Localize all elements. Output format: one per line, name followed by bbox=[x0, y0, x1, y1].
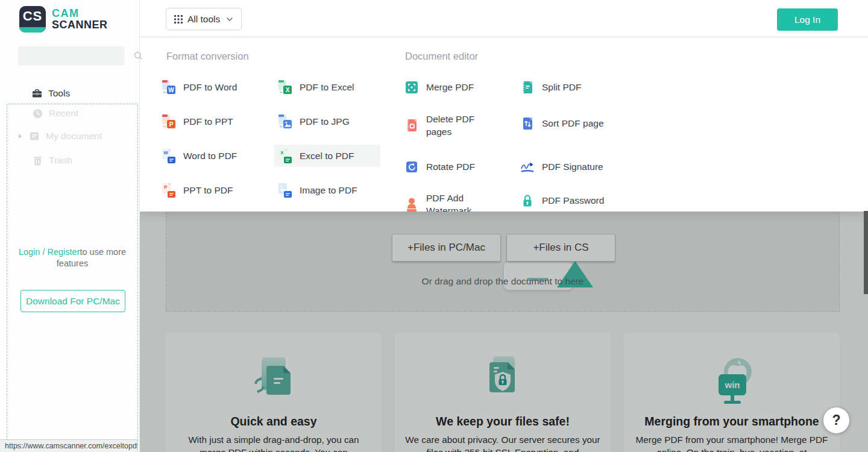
sort-pdf-page-icon bbox=[520, 116, 535, 131]
svg-text:P: P bbox=[164, 184, 168, 190]
log-in-button[interactable]: Log In bbox=[777, 8, 838, 31]
menu-item-pdf-signature[interactable]: PDF Signature bbox=[517, 155, 611, 178]
sidebar-search bbox=[18, 46, 124, 65]
sidebar: CS CAM SCANNER Tools Recent bbox=[0, 0, 140, 452]
menu-item-pdf-to-jpg[interactable]: PDF to JPG bbox=[274, 110, 357, 133]
pdf-to-word-icon: W bbox=[162, 80, 176, 95]
sidebar-item-label: My document bbox=[46, 131, 102, 142]
pdf-to-jpg-icon bbox=[278, 114, 292, 130]
menu-item-word-to-pdf[interactable]: W Word to PDF bbox=[158, 145, 244, 167]
sidebar-item-recent[interactable]: Recent bbox=[32, 108, 78, 119]
word-to-pdf-icon: W bbox=[162, 148, 176, 164]
camscanner-logo[interactable]: CS CAM SCANNER bbox=[19, 6, 108, 33]
clock-icon bbox=[32, 108, 43, 119]
all-tools-dropdown-panel: Format conversion Document editor W PDF … bbox=[140, 37, 868, 212]
sidebar-item-label: Tools bbox=[48, 88, 70, 99]
sidebar-item-tools[interactable]: Tools bbox=[31, 88, 70, 99]
menu-item-excel-to-pdf[interactable]: X Excel to PDF bbox=[274, 145, 380, 167]
login-register-link[interactable]: Login / Register bbox=[19, 247, 80, 257]
svg-text:W: W bbox=[168, 86, 174, 93]
all-tools-button[interactable]: All tools bbox=[166, 8, 242, 30]
svg-text:X: X bbox=[280, 150, 284, 155]
split-pdf-icon bbox=[520, 80, 535, 95]
trash-icon bbox=[32, 155, 43, 166]
grid-icon bbox=[174, 15, 183, 24]
sidebar-item-label: Recent bbox=[49, 108, 78, 119]
menu-item-sort-pdf-page[interactable]: Sort PDF page bbox=[517, 112, 611, 134]
sidebar-item-label: Trash bbox=[49, 155, 72, 166]
ppt-to-pdf-icon: P bbox=[162, 183, 176, 198]
delete-pdf-pages-icon bbox=[404, 118, 419, 133]
document-icon bbox=[29, 131, 40, 141]
menu-item-pdf-add-watermark[interactable]: PDF Add Watermark bbox=[401, 187, 490, 212]
section-title-document-editor: Document editor bbox=[405, 51, 478, 62]
menu-item-pdf-to-excel[interactable]: X PDF to Excel bbox=[274, 76, 361, 98]
chevron-down-icon bbox=[226, 17, 233, 22]
svg-text:P: P bbox=[169, 121, 174, 127]
image-to-pdf-icon bbox=[278, 183, 292, 198]
pdf-to-excel-icon: X bbox=[278, 80, 292, 95]
briefcase-icon bbox=[31, 89, 42, 98]
search-input[interactable] bbox=[18, 51, 134, 60]
rotate-pdf-icon bbox=[404, 159, 419, 175]
menu-item-pdf-to-word[interactable]: W PDF to Word bbox=[158, 76, 244, 98]
brand-cam: CAM bbox=[52, 8, 108, 19]
browser-status-url: https://www.camscanner.com/exceltopdf bbox=[0, 439, 138, 452]
pdf-signature-icon bbox=[520, 159, 535, 175]
sidebar-item-trash[interactable]: Trash bbox=[32, 155, 72, 166]
pdf-password-icon bbox=[520, 193, 535, 209]
section-title-format-conversion: Format conversion bbox=[166, 51, 249, 62]
svg-text:W: W bbox=[163, 150, 168, 155]
menu-item-ppt-to-pdf[interactable]: P PPT to PDF bbox=[158, 179, 240, 201]
menu-item-delete-pdf-pages[interactable]: Delete PDF pages bbox=[401, 108, 490, 142]
cs-logo-icon: CS bbox=[19, 6, 46, 33]
excel-to-pdf-icon: X bbox=[278, 148, 292, 164]
top-bar: All tools Log In bbox=[140, 0, 868, 37]
camscanner-app: CS CAM SCANNER Tools Recent bbox=[0, 0, 868, 452]
pdf-add-watermark-icon bbox=[404, 196, 419, 212]
menu-item-pdf-to-ppt[interactable]: P PDF to PPT bbox=[158, 110, 241, 133]
scrollbar-thumb[interactable] bbox=[864, 211, 868, 294]
download-pc-mac-button[interactable]: Download For PC/Mac bbox=[20, 290, 125, 312]
search-icon bbox=[134, 51, 143, 60]
menu-item-pdf-password[interactable]: PDF Password bbox=[517, 189, 611, 212]
brand-scanner: SCANNER bbox=[52, 19, 108, 31]
menu-item-image-to-pdf[interactable]: Image to PDF bbox=[274, 179, 365, 201]
expand-caret-icon bbox=[19, 134, 22, 139]
login-prompt: Login / Registerto use more features bbox=[12, 246, 133, 269]
menu-item-rotate-pdf[interactable]: Rotate PDF bbox=[401, 155, 482, 178]
help-button[interactable]: ? bbox=[823, 407, 849, 433]
svg-text:X: X bbox=[286, 86, 290, 93]
main-area: +Files in PC/Mac +Files in CS Or drag an… bbox=[140, 0, 868, 452]
menu-item-split-pdf[interactable]: Split PDF bbox=[517, 76, 588, 98]
sidebar-item-my-document[interactable]: My document bbox=[19, 131, 102, 142]
merge-pdf-icon bbox=[404, 80, 419, 95]
pdf-to-ppt-icon: P bbox=[162, 114, 176, 130]
all-tools-label: All tools bbox=[187, 14, 220, 25]
menu-item-merge-pdf[interactable]: Merge PDF bbox=[401, 76, 481, 98]
sidebar-drop-zone: Recent My document Trash Login / Registe… bbox=[7, 104, 138, 441]
